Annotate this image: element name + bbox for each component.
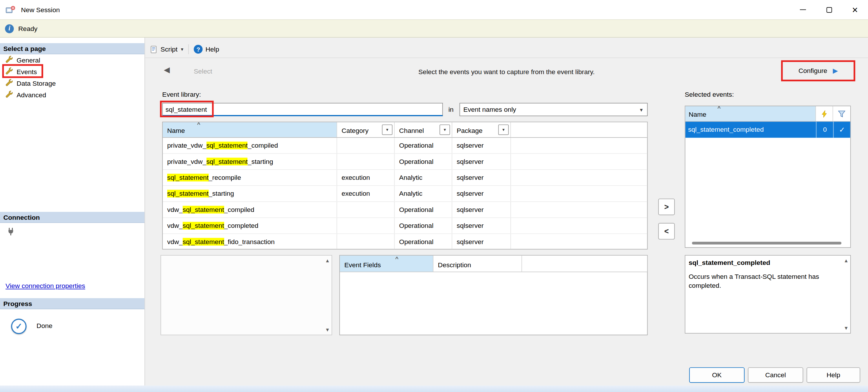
package-cell: sqlserver [452,202,511,217]
minimize-button[interactable] [790,0,816,20]
event-name-cell: sql_statement_recompile [163,170,337,185]
package-cell: sqlserver [452,138,511,153]
channel-cell: Operational [395,154,452,169]
remove-event-button[interactable]: < [658,223,675,239]
category-cell [337,234,395,249]
configure-button[interactable]: Configure [799,67,827,75]
script-button[interactable]: Script [160,45,178,53]
event-fields-header[interactable]: ^ Event Fields [340,256,433,271]
table-row[interactable]: private_vdw_sql_statement_starting Opera… [163,154,647,170]
package-filter-button[interactable]: ▾ [498,125,509,135]
sidebar-item-events[interactable]: Events [5,66,37,77]
scrollbar-thumb[interactable] [692,242,841,244]
sidebar-item-advanced[interactable]: Advanced [5,89,46,101]
table-row[interactable]: private_vdw_sql_statement_compiled Opera… [163,138,647,154]
toolbar-divider [145,58,868,58]
new-session-dialog: New Session × i Ready Select a page Gene… [0,0,868,392]
table-row[interactable]: vdw_sql_statement_completed Operational … [163,218,647,234]
window-title: New Session [21,6,60,13]
view-connection-properties-link[interactable]: View connection properties [5,282,85,290]
sort-ascending-icon: ^ [395,256,398,262]
filler-cell [511,234,647,249]
selected-name-header[interactable]: ^ Name [685,106,816,121]
scroll-down-arrow[interactable]: ▼ [844,325,848,331]
channel-filter-button[interactable]: ▾ [439,125,450,135]
connection-icon [7,227,15,236]
close-button[interactable]: × [842,0,868,20]
event-name-text: _compiled [248,141,278,150]
script-dropdown-button[interactable]: ▾ [181,46,183,52]
event-library-table: ^ Name Category ▾ Channel ▾ Package ▾ [162,122,648,249]
ok-button[interactable]: OK [689,367,745,383]
scroll-up-arrow[interactable]: ▲ [325,258,330,263]
package-cell: sqlserver [452,234,511,249]
help-icon: ? [194,45,203,54]
status-text: Ready [18,25,37,32]
in-label: in [448,106,454,113]
chevron-down-icon: ▾ [502,127,505,132]
forward-arrow-icon: ▶ [833,67,838,75]
wrench-icon [5,79,13,88]
table-row[interactable]: sql_statement_recompile execution Analyt… [163,170,647,186]
sidebar-item-general[interactable]: General [5,54,40,66]
description-header[interactable]: Description [433,256,522,271]
search-scope-dropdown[interactable]: Event names only ▾ [460,103,648,116]
filler-cell [511,138,647,153]
channel-cell: Analytic [395,186,452,201]
column-header-label: Name [167,127,185,135]
event-name-cell: vdw_sql_statement_compiled [163,202,337,217]
channel-cell: Operational [395,234,452,249]
help-button[interactable]: Help [206,45,219,53]
selected-events-header: ^ Name [685,106,850,122]
search-scope-value: Event names only [463,106,516,113]
event-name-text: _recompile [209,174,241,182]
main-panel: Script ▾ ? Help ◀ Select Select the even… [145,38,868,386]
event-name-cell: private_vdw_sql_statement_starting [163,154,337,169]
selected-events-label: Selected events: [685,91,734,98]
event-name-text: vdw_ [167,206,183,214]
add-event-button[interactable]: > [658,199,675,215]
scroll-down-arrow[interactable]: ▼ [325,327,330,332]
table-header-row: ^ Name Category ▾ Channel ▾ Package ▾ [163,122,647,137]
maximize-button[interactable] [816,0,842,20]
status-bar: i Ready [0,20,868,38]
column-header-label: Event Fields [344,261,381,269]
close-icon: × [852,5,858,14]
search-match-highlight: sql_statement [183,206,224,214]
selected-events-table: ^ Name sql_statement_completed 0 ✓ [685,106,851,248]
selected-event-row[interactable]: sql_statement_completed 0 ✓ [685,122,850,137]
table-row[interactable]: vdw_sql_statement_fido_transaction Opera… [163,234,647,249]
filler-cell [511,186,647,201]
window-bottom-edge [0,386,868,392]
sidebar: Select a page General Events Data Storag… [0,38,145,386]
category-cell [337,202,395,217]
event-name-text: _completed [224,222,258,230]
cancel-button[interactable]: Cancel [748,367,803,383]
scroll-up-arrow[interactable]: ▲ [844,258,848,263]
sort-ascending-icon: ^ [717,106,720,111]
event-name-text: _compiled [224,206,254,214]
search-match-highlight: sql_statement [183,222,224,230]
category-cell: execution [337,186,395,201]
help-footer-button[interactable]: Help [807,367,860,383]
column-header-category[interactable]: Category ▾ [337,122,395,137]
chevron-down-icon: ▾ [443,127,446,132]
event-count-header[interactable] [816,106,833,121]
sidebar-item-data-storage[interactable]: Data Storage [5,77,56,89]
search-match-highlight: sql_statement [206,141,248,150]
category-filter-button[interactable]: ▾ [382,125,392,135]
progress-header: Progress [0,298,145,309]
horizontal-scrollbar[interactable] [692,241,841,245]
column-header-channel[interactable]: Channel ▾ [395,122,452,137]
channel-cell: Operational [395,218,452,233]
column-header-name[interactable]: ^ Name [163,122,337,137]
event-library-search-input[interactable] [162,103,443,116]
event-name-text: vdw_ [167,238,183,246]
table-row[interactable]: sql_statement_starting execution Analyti… [163,186,647,202]
filter-header[interactable] [833,106,850,121]
column-header-package[interactable]: Package ▾ [452,122,511,137]
chevron-down-icon: ▾ [640,106,643,112]
table-row[interactable]: vdw_sql_statement_compiled Operational s… [163,202,647,218]
column-header-label: Name [689,110,706,119]
filler-cell [511,202,647,217]
